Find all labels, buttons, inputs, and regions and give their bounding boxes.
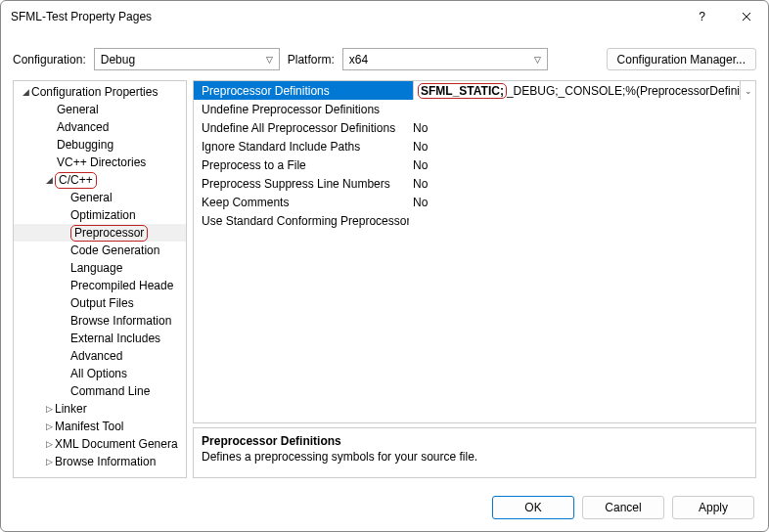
apply-button[interactable]: Apply <box>672 496 754 519</box>
tree-item[interactable]: Precompiled Heade <box>14 277 186 294</box>
grid-key: Preprocess Suppress Line Numbers <box>194 177 409 191</box>
grid-row[interactable]: Preprocess Suppress Line NumbersNo <box>194 174 755 193</box>
grid-value[interactable]: No <box>409 158 755 172</box>
grid-row[interactable]: Ignore Standard Include PathsNo <box>194 137 755 155</box>
main-area: ◢ Configuration Properties GeneralAdvanc… <box>1 80 768 486</box>
grid-value[interactable]: No <box>409 177 755 191</box>
grid-key: Ignore Standard Include Paths <box>194 140 409 154</box>
grid-row[interactable]: Keep CommentsNo <box>194 193 755 211</box>
close-icon <box>742 12 751 22</box>
grid-key: Keep Comments <box>194 196 409 209</box>
chevron-down-icon: ▽ <box>266 55 273 65</box>
tree-item[interactable]: General <box>14 101 186 118</box>
grid-row[interactable]: Undefine All Preprocessor DefinitionsNo <box>194 118 755 137</box>
tree-item[interactable]: Code Generation <box>14 242 186 259</box>
collapse-icon[interactable]: ◢ <box>20 87 31 97</box>
tree-item[interactable]: Optimization <box>14 206 186 224</box>
value-text: _DEBUG;_CONSOLE;%(PreprocessorDefini <box>507 84 740 98</box>
expand-icon[interactable]: ▷ <box>43 404 55 414</box>
config-manager-button[interactable]: Configuration Manager... <box>607 48 756 70</box>
cancel-button[interactable]: Cancel <box>582 496 664 519</box>
grid-row[interactable]: Preprocess to a FileNo <box>194 155 755 174</box>
grid-value[interactable]: No <box>409 121 755 135</box>
platform-label: Platform: <box>288 53 335 66</box>
config-row: Configuration: Debug ▽ Platform: x64 ▽ C… <box>1 32 768 80</box>
tree-item[interactable]: Command Line <box>14 382 186 400</box>
grid-key: Preprocess to a File <box>194 158 409 172</box>
tree-item[interactable]: Preprocessor <box>14 224 186 242</box>
grid-key: Undefine Preprocessor Definitions <box>194 103 409 116</box>
platform-combo[interactable]: x64 ▽ <box>342 48 548 70</box>
description-text: Defines a preprocessing symbols for your… <box>202 450 747 464</box>
highlighted-text: SFML_STATIC; <box>418 83 507 99</box>
grid-key: Undefine All Preprocessor Definitions <box>194 121 409 135</box>
description-pane: Preprocessor Definitions Defines a prepr… <box>193 427 756 478</box>
grid-row[interactable]: Undefine Preprocessor Definitions <box>194 100 755 118</box>
grid-value[interactable]: SFML_STATIC;_DEBUG;_CONSOLE;%(Preprocess… <box>409 81 755 100</box>
help-button[interactable]: ? <box>680 1 724 32</box>
tree-item[interactable]: ▷Manifest Tool <box>14 418 186 435</box>
tree-item[interactable]: All Options <box>14 365 186 382</box>
platform-value: x64 <box>349 53 534 66</box>
description-title: Preprocessor Definitions <box>202 434 747 448</box>
titlebar: SFML-Test Property Pages ? <box>1 1 768 32</box>
tree-item[interactable]: External Includes <box>14 330 186 347</box>
tree-item[interactable]: VC++ Directories <box>14 154 186 171</box>
configuration-value: Debug <box>101 53 266 66</box>
tree-item[interactable]: Output Files <box>14 294 186 312</box>
configuration-combo[interactable]: Debug ▽ <box>94 48 280 70</box>
tree-cpp-label: C/C++ <box>55 172 97 189</box>
property-grid[interactable]: Preprocessor DefinitionsSFML_STATIC;_DEB… <box>193 80 756 423</box>
tree-item[interactable]: Debugging <box>14 136 186 154</box>
expand-icon[interactable]: ▷ <box>43 439 55 449</box>
tree-item-label: Browse Information <box>55 455 156 468</box>
tree-item[interactable]: Language <box>14 259 186 277</box>
expand-icon[interactable]: ▷ <box>43 457 55 466</box>
tree-item[interactable]: Advanced <box>14 347 186 365</box>
close-button[interactable] <box>724 1 768 32</box>
tree-root-label: Configuration Properties <box>31 85 158 99</box>
tree-item[interactable]: ▷XML Document Genera <box>14 435 186 453</box>
grid-value-editor[interactable]: SFML_STATIC;_DEBUG;_CONSOLE;%(Preprocess… <box>413 81 740 100</box>
grid-key: Use Standard Conforming Preprocessor <box>194 214 409 228</box>
tree-item-label: Preprocessor <box>70 225 148 242</box>
tree-item-label: Manifest Tool <box>55 420 123 433</box>
grid-row[interactable]: Use Standard Conforming Preprocessor <box>194 211 755 230</box>
right-pane: Preprocessor DefinitionsSFML_STATIC;_DEB… <box>193 80 756 478</box>
expand-icon[interactable]: ▷ <box>43 421 55 431</box>
tree-item-label: XML Document Genera <box>55 437 178 451</box>
chevron-down-icon: ▽ <box>534 55 541 65</box>
footer: OK Cancel Apply <box>1 486 768 531</box>
tree-item[interactable]: ▷Linker <box>14 400 186 418</box>
window-title: SFML-Test Property Pages <box>11 10 680 23</box>
tree-item[interactable]: ▷Browse Information <box>14 453 186 470</box>
tree-item[interactable]: Advanced <box>14 118 186 136</box>
ok-button[interactable]: OK <box>492 496 574 519</box>
tree-view[interactable]: ◢ Configuration Properties GeneralAdvanc… <box>13 80 187 478</box>
grid-value[interactable]: No <box>409 140 755 154</box>
dropdown-icon[interactable]: ⌄ <box>740 81 755 100</box>
tree-item[interactable]: General <box>14 189 186 206</box>
tree-item[interactable]: Browse Information <box>14 312 186 330</box>
tree-root[interactable]: ◢ Configuration Properties <box>14 83 186 101</box>
grid-key: Preprocessor Definitions <box>194 84 409 98</box>
config-label: Configuration: <box>13 53 86 66</box>
grid-row[interactable]: Preprocessor DefinitionsSFML_STATIC;_DEB… <box>194 81 755 100</box>
grid-value[interactable]: No <box>409 196 755 209</box>
tree-cpp[interactable]: ◢ C/C++ <box>14 171 186 189</box>
tree-item-label: Linker <box>55 402 87 416</box>
collapse-icon[interactable]: ◢ <box>43 175 55 185</box>
